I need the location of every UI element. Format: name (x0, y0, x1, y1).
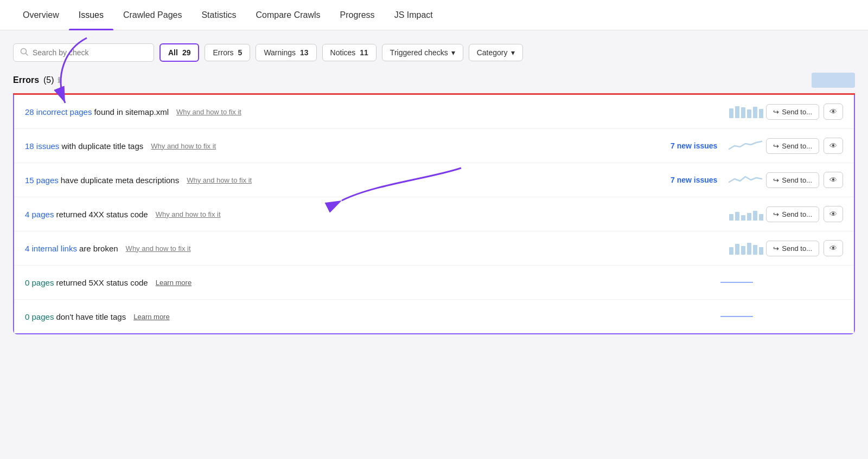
new-issues-cell: 7 new issues (641, 176, 728, 184)
svg-rect-10 (741, 215, 745, 221)
learn-more-link[interactable]: Learn more (156, 279, 192, 287)
table-row: 0 pages don't have title tags Learn more… (14, 300, 854, 333)
issue-link[interactable]: 0 pages (25, 312, 54, 321)
fix-link[interactable]: Why and how to fix it (156, 210, 221, 218)
issue-chart (728, 138, 766, 153)
fix-link[interactable]: Why and how to fix it (176, 108, 241, 116)
issue-description: 4 pages returned 4XX status code Why and… (25, 210, 641, 219)
svg-rect-6 (753, 107, 757, 118)
eye-button[interactable]: 👁 (824, 240, 843, 256)
eye-icon: 👁 (829, 210, 837, 218)
top-nav: Overview Issues Crawled Pages Statistics… (0, 0, 868, 30)
issue-description: 18 issues with duplicate title tags Why … (25, 141, 641, 151)
issue-description: 0 pages don't have title tags Learn more (25, 312, 634, 321)
eye-icon: 👁 (829, 244, 837, 253)
issue-link[interactable]: 28 incorrect pages (25, 107, 92, 117)
errors-section-header: Errors (5) ℹ (13, 73, 855, 93)
new-issues-badge: 7 new issues (671, 176, 717, 184)
nav-item-compare-crawls[interactable]: Compare Crawls (246, 1, 330, 30)
issue-chart (728, 206, 766, 222)
issue-link[interactable]: 18 issues (25, 141, 59, 151)
svg-rect-13 (759, 214, 763, 221)
send-to-button[interactable]: ↪ Send to... (766, 104, 819, 120)
issue-description: 4 internal links are broken Why and how … (25, 244, 641, 253)
info-icon: ℹ (58, 76, 60, 85)
svg-rect-16 (741, 246, 745, 255)
eye-button[interactable]: 👁 (824, 104, 843, 120)
send-icon: ↪ (773, 244, 779, 253)
svg-rect-8 (729, 214, 733, 221)
issue-actions: ↪ Send to... 👁 (766, 206, 843, 222)
filter-all-button[interactable]: All 29 (159, 43, 199, 62)
chevron-down-icon: ▾ (511, 48, 515, 57)
search-icon (20, 48, 28, 57)
table-row: 28 incorrect pages found in sitemap.xml … (14, 95, 854, 129)
triggered-checks-dropdown[interactable]: Triggered checks ▾ (382, 44, 463, 61)
zero-chart (720, 275, 758, 290)
svg-rect-15 (735, 244, 739, 255)
issue-link[interactable]: 0 pages (25, 278, 54, 287)
eye-button[interactable]: 👁 (824, 172, 843, 188)
svg-rect-18 (753, 245, 757, 255)
svg-rect-9 (735, 212, 739, 221)
svg-rect-2 (729, 108, 733, 118)
eye-button[interactable]: 👁 (824, 138, 843, 154)
nav-item-issues[interactable]: Issues (69, 1, 113, 30)
send-to-button[interactable]: ↪ Send to... (766, 241, 819, 256)
category-dropdown[interactable]: Category ▾ (469, 44, 523, 61)
issue-actions: ↪ Send to... 👁 (766, 104, 843, 120)
table-row: 0 pages returned 5XX status code Learn m… (14, 266, 854, 300)
table-row: 4 pages returned 4XX status code Why and… (14, 197, 854, 231)
issue-description: 28 incorrect pages found in sitemap.xml … (25, 107, 641, 117)
issue-link[interactable]: 15 pages (25, 176, 59, 185)
table-row: 18 issues with duplicate title tags Why … (14, 129, 854, 163)
zero-chart (720, 309, 758, 324)
learn-more-link[interactable]: Learn more (133, 313, 169, 321)
issue-actions: ↪ Send to... 👁 (766, 138, 843, 154)
section-chart (812, 73, 855, 88)
search-box (13, 43, 154, 62)
filter-errors-button[interactable]: Errors 5 (205, 44, 250, 61)
table-row: 4 internal links are broken Why and how … (14, 231, 854, 266)
section-title: Errors (5) ℹ (13, 75, 60, 85)
svg-rect-4 (741, 107, 745, 118)
issue-chart (728, 104, 766, 119)
svg-rect-11 (747, 213, 751, 221)
issue-link[interactable]: 4 pages (25, 210, 54, 219)
send-icon: ↪ (773, 108, 779, 116)
filter-warnings-button[interactable]: Warnings 13 (256, 44, 316, 61)
fix-link[interactable]: Why and how to fix it (151, 142, 216, 150)
nav-item-progress[interactable]: Progress (330, 1, 385, 30)
issue-chart (728, 172, 766, 188)
send-to-button[interactable]: ↪ Send to... (766, 206, 819, 222)
filter-notices-button[interactable]: Notices 11 (322, 44, 376, 61)
chevron-down-icon: ▾ (451, 48, 455, 57)
send-icon: ↪ (773, 142, 779, 150)
search-input[interactable] (33, 48, 147, 57)
svg-rect-14 (729, 247, 733, 255)
fix-link[interactable]: Why and how to fix it (126, 244, 191, 253)
table-row: 15 pages have duplicate meta description… (14, 163, 854, 197)
issue-actions: ↪ Send to... 👁 (766, 172, 843, 188)
svg-rect-19 (759, 247, 763, 255)
svg-rect-17 (747, 243, 751, 255)
issue-chart (728, 241, 766, 256)
issues-container: 28 incorrect pages found in sitemap.xml … (13, 95, 855, 334)
send-to-button[interactable]: ↪ Send to... (766, 172, 819, 188)
nav-item-statistics[interactable]: Statistics (192, 1, 246, 30)
svg-rect-5 (747, 109, 751, 118)
issue-description: 0 pages returned 5XX status code Learn m… (25, 278, 634, 287)
svg-rect-7 (759, 109, 763, 118)
issue-link[interactable]: 4 internal links (25, 244, 77, 253)
send-icon: ↪ (773, 210, 779, 218)
fix-link[interactable]: Why and how to fix it (187, 176, 252, 184)
svg-rect-3 (735, 106, 739, 118)
eye-button[interactable]: 👁 (824, 206, 843, 222)
filter-bar: All 29 Errors 5 Warnings 13 Notices 11 T… (13, 43, 855, 62)
eye-icon: 👁 (829, 141, 837, 150)
nav-item-js-impact[interactable]: JS Impact (385, 1, 443, 30)
send-to-button[interactable]: ↪ Send to... (766, 138, 819, 154)
svg-rect-12 (753, 211, 757, 221)
nav-item-overview[interactable]: Overview (13, 1, 69, 30)
nav-item-crawled-pages[interactable]: Crawled Pages (113, 1, 192, 30)
